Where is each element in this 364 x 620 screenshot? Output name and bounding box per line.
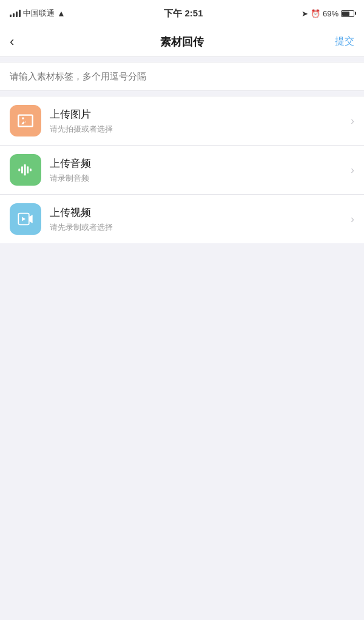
svg-rect-2 bbox=[21, 166, 23, 174]
upload-image-item[interactable]: 上传图片 请先拍摄或者选择 › bbox=[0, 96, 364, 146]
image-icon-circle bbox=[10, 105, 41, 136]
alarm-icon: ⏰ bbox=[311, 9, 320, 18]
image-item-title: 上传图片 bbox=[50, 107, 346, 121]
battery-percent: 69% bbox=[323, 9, 339, 18]
status-time: 下午 2:51 bbox=[164, 8, 203, 19]
svg-rect-4 bbox=[27, 166, 29, 174]
wifi-icon: ▲ bbox=[57, 8, 66, 18]
video-chevron-icon: › bbox=[351, 213, 354, 226]
audio-icon-circle bbox=[10, 154, 41, 186]
audio-chevron-icon: › bbox=[351, 164, 354, 177]
carrier-label: 中国联通 bbox=[23, 8, 55, 19]
svg-marker-7 bbox=[22, 217, 25, 221]
upload-audio-item[interactable]: 上传音频 请录制音频 › bbox=[0, 146, 364, 195]
nav-bar: ‹ 素材回传 提交 bbox=[0, 27, 364, 57]
tag-input-area bbox=[0, 62, 364, 91]
image-item-subtitle: 请先拍摄或者选择 bbox=[50, 124, 346, 135]
image-chevron-icon: › bbox=[351, 115, 354, 127]
page-title: 素材回传 bbox=[160, 35, 204, 49]
upload-video-item[interactable]: 上传视频 请先录制或者选择 › bbox=[0, 195, 364, 243]
svg-rect-1 bbox=[18, 169, 20, 172]
upload-list: 上传图片 请先拍摄或者选择 › 上传音频 请录制音频 › bbox=[0, 96, 364, 243]
video-item-subtitle: 请先录制或者选择 bbox=[50, 222, 346, 233]
back-button[interactable]: ‹ bbox=[10, 32, 19, 52]
signal-icon bbox=[10, 10, 21, 17]
bottom-area bbox=[0, 243, 364, 516]
audio-item-subtitle: 请录制音频 bbox=[50, 173, 346, 184]
status-left: 中国联通 ▲ bbox=[10, 8, 66, 19]
status-right: ➤ ⏰ 69% bbox=[302, 9, 354, 18]
submit-button[interactable]: 提交 bbox=[335, 35, 354, 48]
svg-rect-5 bbox=[30, 169, 32, 172]
audio-item-text: 上传音频 请录制音频 bbox=[50, 157, 346, 184]
tag-input[interactable] bbox=[10, 71, 354, 81]
location-icon: ➤ bbox=[302, 9, 308, 18]
battery-icon bbox=[341, 10, 354, 17]
audio-icon bbox=[17, 161, 34, 178]
audio-item-title: 上传音频 bbox=[50, 157, 346, 170]
video-item-title: 上传视频 bbox=[50, 206, 346, 220]
video-icon bbox=[17, 211, 34, 227]
svg-point-0 bbox=[22, 117, 24, 120]
video-item-text: 上传视频 请先录制或者选择 bbox=[50, 206, 346, 233]
status-bar: 中国联通 ▲ 下午 2:51 ➤ ⏰ 69% bbox=[0, 0, 364, 27]
video-icon-circle bbox=[10, 203, 41, 235]
image-icon bbox=[17, 112, 34, 129]
svg-rect-3 bbox=[24, 164, 26, 176]
image-item-text: 上传图片 请先拍摄或者选择 bbox=[50, 107, 346, 135]
